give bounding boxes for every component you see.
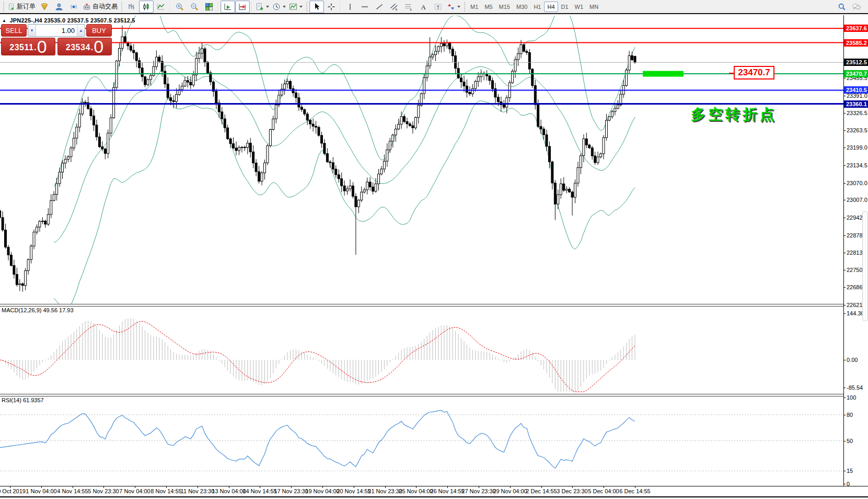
tab-timeframe-h1[interactable]: H1 xyxy=(530,2,544,12)
buy-button[interactable]: BUY xyxy=(86,24,112,37)
trendline-tool[interactable] xyxy=(372,1,387,13)
chart-shift-button[interactable] xyxy=(235,1,250,13)
vertical-line-tool[interactable] xyxy=(343,1,357,13)
text-a-icon: A xyxy=(419,3,427,11)
auto-trading-button[interactable]: 自动交易 xyxy=(81,1,119,13)
bar-chart-icon xyxy=(128,3,136,11)
collapse-arrow-icon[interactable]: ▲ xyxy=(2,18,6,23)
tab-timeframe-m1[interactable]: M1 xyxy=(467,2,481,12)
price-axis-label: 23070.0 xyxy=(847,180,867,186)
bar-chart-button[interactable] xyxy=(124,1,139,13)
price-level-badge: 23410.5 xyxy=(844,86,868,94)
auto-trading-label: 自动交易 xyxy=(92,2,118,11)
tab-timeframe-mn[interactable]: MN xyxy=(586,2,601,12)
profile-button[interactable] xyxy=(52,1,66,13)
arrows-tool[interactable] xyxy=(445,1,462,13)
time-axis-label: 11 Nov 23:30 xyxy=(181,488,215,494)
dropdown-caret xyxy=(266,6,269,9)
zoom-in-button[interactable] xyxy=(172,1,187,13)
vertical-scrollbar-thumb[interactable] xyxy=(862,211,868,321)
axis-tick-mark xyxy=(843,200,846,200)
fibonacci-tool[interactable]: F xyxy=(401,1,416,13)
templates-button[interactable] xyxy=(287,1,304,13)
time-axis-label: 4 Nov 14:55 xyxy=(57,488,88,494)
macd-pane[interactable] xyxy=(0,306,843,394)
axis-tick-mark xyxy=(843,388,846,388)
tab-timeframe-m5[interactable]: M5 xyxy=(481,2,495,12)
time-axis-label: 7 Nov 04:00 xyxy=(119,488,150,494)
price-level-badge: 23470.7 xyxy=(844,70,868,77)
indicators-add-icon xyxy=(256,3,264,11)
axis-tick-mark xyxy=(843,218,846,218)
toolbar-separator xyxy=(340,2,341,12)
auto-scroll-button[interactable] xyxy=(221,1,235,13)
window-bottom-border xyxy=(0,496,868,497)
axis-tick-mark xyxy=(843,253,846,253)
template-icon xyxy=(289,3,297,11)
macd-indicator-label: MACD(12,26,9) 49.56 17.93 xyxy=(2,307,74,313)
volume-increase-button[interactable]: ▲ xyxy=(77,25,85,36)
line-chart-button[interactable] xyxy=(154,1,168,13)
crosshair-button[interactable] xyxy=(324,1,339,13)
rsi-pane[interactable] xyxy=(0,396,843,486)
toolbar-grip xyxy=(2,2,5,12)
toolbar-separator xyxy=(251,2,252,12)
price-axis-label: 15 xyxy=(847,468,853,474)
signal-button[interactable] xyxy=(66,1,81,13)
one-click-trading-panel: SELL ▼ ▲ BUY 23511.0 23534.0 xyxy=(1,24,112,55)
chat-button[interactable] xyxy=(849,1,864,13)
main-price-pane[interactable] xyxy=(0,16,843,304)
price-tag-label[interactable]: 23470.7 xyxy=(734,66,774,80)
auto-scroll-icon xyxy=(224,3,232,11)
volume-decrease-button[interactable]: ▼ xyxy=(28,25,36,36)
text-label-icon: T xyxy=(434,3,442,11)
axis-tick-mark xyxy=(843,360,846,360)
gold-funnel-icon xyxy=(40,3,49,11)
zoom-in-icon xyxy=(176,3,184,11)
axis-tick-mark xyxy=(843,165,846,166)
fibonacci-icon: F xyxy=(404,3,413,11)
buy-price-display[interactable]: 23534.0 xyxy=(57,38,112,55)
chart-ohlc-header: ▲ JPN225-,H4 23535.0 23537.5 23507.5 235… xyxy=(2,17,135,24)
axis-tick-mark xyxy=(843,130,846,131)
horizontal-line-tool[interactable] xyxy=(357,1,372,13)
dropdown-caret xyxy=(299,6,303,9)
toolbar-separator xyxy=(218,2,219,12)
main-toolbar: 新订单 自动交易 xyxy=(0,0,868,14)
candlestick-chart-button[interactable] xyxy=(139,1,154,13)
axis-tick-mark xyxy=(843,287,846,288)
turning-point-annotation[interactable]: 多空转折点 xyxy=(691,105,777,124)
tab-timeframe-m30[interactable]: M30 xyxy=(513,2,530,12)
price-level-badge: 23637.6 xyxy=(844,25,868,32)
tab-timeframe-h4[interactable]: H4 xyxy=(544,2,558,12)
cursor-button[interactable] xyxy=(309,1,324,13)
candlestick-chart-icon xyxy=(142,3,151,11)
tab-timeframe-d1[interactable]: D1 xyxy=(558,2,572,12)
tile-windows-button[interactable] xyxy=(202,1,216,13)
buy-price-big-digit: 0 xyxy=(94,39,103,54)
axis-tick-mark xyxy=(843,235,846,236)
sell-price-dot: . xyxy=(34,42,36,53)
channel-tool[interactable]: E xyxy=(387,1,401,13)
tab-timeframe-w1[interactable]: W1 xyxy=(572,2,587,12)
zoom-out-button[interactable] xyxy=(187,1,202,13)
toolbar-grip xyxy=(305,2,308,12)
sell-price-display[interactable]: 23511.0 xyxy=(1,38,55,55)
tab-timeframe-m15[interactable]: M15 xyxy=(496,2,513,12)
price-axis-label: 100 xyxy=(847,394,856,401)
signal-waves-icon xyxy=(70,3,78,11)
search-button[interactable] xyxy=(835,1,849,13)
new-order-button[interactable]: 新订单 xyxy=(6,1,37,13)
periods-button[interactable] xyxy=(271,1,287,13)
price-level-badge: 23585.2 xyxy=(844,39,868,47)
indicators-button[interactable] xyxy=(254,1,271,13)
sell-button[interactable]: SELL xyxy=(1,24,27,37)
text-tool[interactable]: A xyxy=(416,1,431,13)
volume-input[interactable] xyxy=(36,25,77,36)
label-tool[interactable]: T xyxy=(431,1,445,13)
market-watch-button[interactable] xyxy=(37,1,52,13)
price-axis-label: 23134.5 xyxy=(847,162,867,168)
zoom-out-icon xyxy=(190,3,199,11)
crosshair-icon xyxy=(327,3,335,11)
line-chart-icon xyxy=(157,3,165,11)
